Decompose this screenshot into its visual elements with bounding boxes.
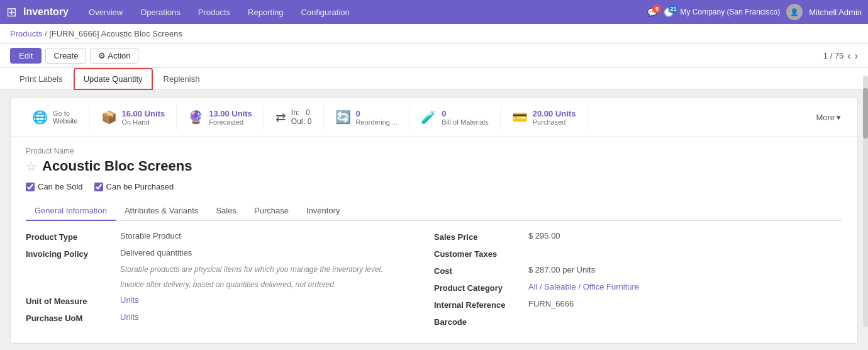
nav-item-products[interactable]: Products — [191, 0, 238, 24]
nav-item-configuration[interactable]: Configuration — [293, 0, 357, 24]
product-body: Product Name ☆ Acoustic Bloc Screens Can… — [11, 137, 857, 343]
storable-note-value: Storable products are physical items for… — [120, 265, 383, 274]
main-content: 🌐 Go to Website 📦 16.00 Units On Hand 🔮 … — [0, 90, 868, 350]
can-be-sold-label: Can be Sold — [38, 182, 83, 191]
tab-sales[interactable]: Sales — [207, 201, 245, 221]
field-product-category: Product Category All / Saleable / Office… — [434, 282, 822, 293]
tab-purchase[interactable]: Purchase — [245, 201, 298, 221]
next-arrow[interactable]: › — [855, 50, 858, 62]
tab-update-quantity[interactable]: Update Quantity — [74, 68, 153, 90]
stat-reordering[interactable]: 🔄 0 Reordering ... — [324, 105, 410, 130]
tab-inventory[interactable]: Inventory — [298, 201, 348, 221]
app-name: Inventory — [23, 6, 69, 18]
forecast-icon: 🔮 — [188, 110, 204, 125]
purchase-uom-value[interactable]: Units — [120, 312, 139, 322]
breadcrumb: Products / [FURN_6666] Acoustic Bloc Scr… — [0, 24, 868, 44]
clock-icon-badge[interactable]: 🕐 21 — [664, 8, 674, 17]
uom-label: Unit of Measure — [26, 295, 120, 306]
reorder-icon: 🔄 — [335, 110, 351, 125]
uom-value[interactable]: Units — [120, 295, 139, 305]
nav-item-overview[interactable]: Overview — [81, 0, 130, 24]
product-category-label: Product Category — [434, 282, 528, 293]
user-avatar[interactable]: 👤 — [786, 4, 803, 20]
chat-icon-badge[interactable]: 💬 5 — [647, 8, 657, 17]
app-grid-icon[interactable]: ⊞ — [6, 4, 17, 20]
more-chevron-icon: ▾ — [837, 113, 841, 122]
field-customer-taxes: Customer Taxes — [434, 248, 822, 259]
nav-right: 💬 5 🕐 21 My Company (San Francisco) 👤 Mi… — [647, 4, 862, 20]
product-title-row: ☆ Acoustic Bloc Screens — [26, 158, 842, 174]
invoice-note-value: Invoice after delivery, based on quantit… — [120, 280, 336, 289]
can-be-purchased-label: Can be Purchased — [106, 182, 174, 191]
tab-replenish[interactable]: Replenish — [154, 69, 209, 89]
can-be-sold-input[interactable] — [26, 183, 35, 191]
product-category-value[interactable]: All / Saleable / Office Furniture — [528, 282, 639, 291]
tab-general-information[interactable]: General Information — [26, 201, 116, 221]
invoicing-policy-label: Invoicing Policy — [26, 248, 120, 259]
create-button[interactable]: Create — [45, 48, 86, 64]
favorite-star-icon[interactable]: ☆ — [26, 159, 37, 174]
action-bar: Edit Create ⚙ Action 1 / 75 ‹ › — [0, 44, 868, 68]
nav-item-reporting[interactable]: Reporting — [240, 0, 291, 24]
invoicing-policy-value: Delivered quantities — [120, 248, 192, 257]
nav-item-operations[interactable]: Operations — [133, 0, 188, 24]
field-purchase-uom: Purchase UoM Units — [26, 312, 414, 323]
tab-print-labels[interactable]: Print Labels — [10, 69, 72, 89]
action-button[interactable]: ⚙ Action — [90, 48, 138, 64]
scrollbar[interactable] — [863, 76, 868, 327]
edit-button[interactable]: Edit — [10, 48, 42, 64]
purchased-icon: 💳 — [512, 110, 528, 125]
checkbox-row: Can be Sold Can be Purchased — [26, 182, 842, 191]
gear-icon: ⚙ — [98, 51, 106, 60]
fields-grid: Product Type Storable Product Invoicing … — [26, 231, 842, 333]
messages-badge-count: 21 — [669, 4, 677, 13]
pagination-count: 1 / 75 — [823, 51, 844, 60]
on-hand-icon: 📦 — [101, 110, 117, 125]
field-barcode: Barcode — [434, 316, 822, 327]
view-tabs: Print Labels Update Quantity Replenish — [0, 68, 868, 90]
purchase-uom-label: Purchase UoM — [26, 312, 120, 323]
breadcrumb-parent[interactable]: Products — [10, 29, 42, 38]
breadcrumb-current: [FURN_6666] Acoustic Bloc Screens — [49, 29, 182, 38]
stat-purchased[interactable]: 💳 20.00 Units Purchased — [501, 105, 588, 130]
scrollbar-thumb[interactable] — [863, 88, 868, 138]
customer-taxes-label: Customer Taxes — [434, 248, 528, 259]
more-label: More — [816, 113, 835, 122]
bom-icon: 🧪 — [421, 110, 437, 125]
cost-label: Cost — [434, 265, 528, 276]
cost-value: $ 287.00 per Units — [528, 265, 595, 274]
can-be-purchased-checkbox[interactable]: Can be Purchased — [94, 182, 174, 191]
barcode-label: Barcode — [434, 316, 528, 327]
stat-forecasted[interactable]: 🔮 13.00 Units Forecasted — [177, 105, 264, 130]
stat-website[interactable]: 🌐 Go to Website — [21, 106, 90, 128]
field-unit-of-measure: Unit of Measure Units — [26, 295, 414, 306]
field-invoice-note: Invoice after delivery, based on quantit… — [26, 280, 414, 289]
transfer-icon: ⇄ — [275, 110, 286, 125]
fields-right: Sales Price $ 295.00 Customer Taxes Cost… — [434, 231, 842, 333]
can-be-purchased-input[interactable] — [94, 183, 103, 191]
field-storable-note: Storable products are physical items for… — [26, 265, 414, 274]
stat-bom[interactable]: 🧪 0 Bill of Materials — [409, 105, 501, 130]
website-icon: 🌐 — [32, 110, 48, 125]
sales-price-label: Sales Price — [434, 231, 528, 242]
stat-in-out[interactable]: ⇄ In: 0 Out: 0 — [264, 104, 324, 130]
chat-badge-count: 5 — [652, 4, 661, 13]
top-navigation: ⊞ Inventory Overview Operations Products… — [0, 0, 868, 24]
pagination: 1 / 75 ‹ › — [823, 50, 858, 62]
more-button[interactable]: More ▾ — [810, 109, 847, 126]
fields-left: Product Type Storable Product Invoicing … — [26, 231, 434, 333]
field-invoicing-policy: Invoicing Policy Delivered quantities — [26, 248, 414, 259]
internal-reference-value: FURN_6666 — [528, 299, 574, 308]
product-type-value: Storable Product — [120, 231, 181, 240]
stat-on-hand[interactable]: 📦 16.00 Units On Hand — [90, 105, 177, 130]
field-sales-price: Sales Price $ 295.00 — [434, 231, 822, 242]
tab-attributes-variants[interactable]: Attributes & Variants — [116, 201, 208, 221]
prev-arrow[interactable]: ‹ — [847, 50, 850, 62]
stats-row: 🌐 Go to Website 📦 16.00 Units On Hand 🔮 … — [11, 98, 857, 137]
user-name: Mitchell Admin — [809, 8, 862, 17]
can-be-sold-checkbox[interactable]: Can be Sold — [26, 182, 83, 191]
product-name-label: Product Name — [26, 147, 842, 155]
field-cost: Cost $ 287.00 per Units — [434, 265, 822, 276]
product-card: 🌐 Go to Website 📦 16.00 Units On Hand 🔮 … — [10, 98, 858, 344]
product-type-label: Product Type — [26, 231, 120, 242]
